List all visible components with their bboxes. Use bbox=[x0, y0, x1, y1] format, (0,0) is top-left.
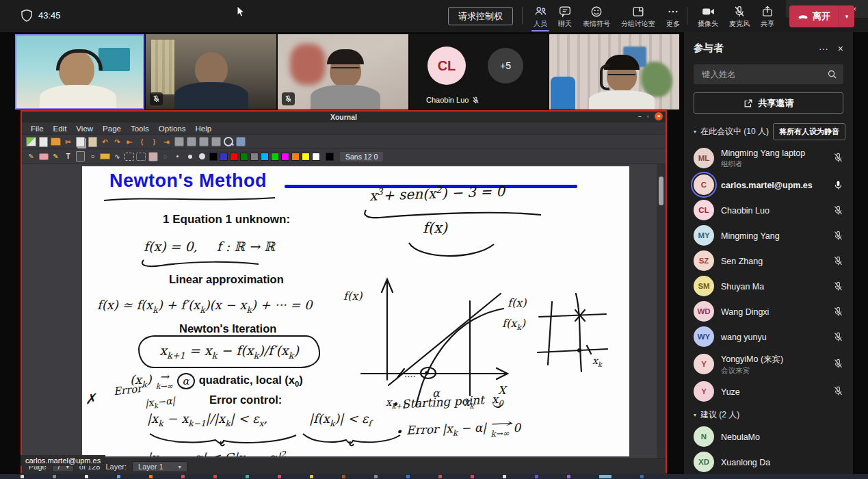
leave-options-button[interactable]: ▾ bbox=[839, 5, 854, 27]
menu-view[interactable]: View bbox=[71, 125, 98, 133]
xournal-canvas[interactable]: Newton's Method 1 Equation 1 unknown: f(… bbox=[22, 164, 666, 458]
lasso-select-icon[interactable]: ∿ bbox=[112, 151, 122, 161]
taskbar-icon[interactable] bbox=[342, 475, 345, 478]
taskbar-icon[interactable] bbox=[535, 475, 538, 478]
pen-tool-icon[interactable]: ✎ bbox=[26, 151, 36, 161]
font-button[interactable]: Sans 12 0 bbox=[340, 152, 383, 161]
video-tile-speaker[interactable] bbox=[15, 34, 144, 109]
color-red[interactable] bbox=[230, 153, 238, 161]
participant-row[interactable]: SZ Sen Zhang bbox=[684, 248, 853, 274]
vertical-space-icon[interactable] bbox=[136, 153, 146, 161]
nav-breakout-rooms-button[interactable]: 分组讨论室 bbox=[616, 2, 661, 32]
microphone-button[interactable]: 麦克风 bbox=[724, 2, 755, 32]
first-page-icon[interactable]: ⇤ bbox=[124, 137, 135, 147]
ruler-tool-icon[interactable] bbox=[100, 151, 110, 161]
color-lightgreen[interactable] bbox=[271, 153, 279, 161]
layer-select[interactable]: Layer 1▾ bbox=[132, 461, 187, 472]
suggestion-row[interactable]: N NebulaMo bbox=[684, 424, 853, 449]
nav-reactions-button[interactable]: 表情符号 bbox=[577, 2, 616, 32]
mute-all-button[interactable]: 将所有人设为静音 bbox=[773, 123, 845, 140]
mic-muted-icon[interactable] bbox=[833, 386, 843, 396]
color-black[interactable] bbox=[209, 153, 218, 161]
color-orange[interactable] bbox=[291, 153, 300, 161]
taskbar-icon[interactable] bbox=[503, 475, 506, 478]
color-custom[interactable] bbox=[326, 153, 334, 161]
menu-edit[interactable]: Edit bbox=[49, 125, 72, 133]
zoom-fit-icon[interactable] bbox=[211, 137, 221, 147]
next-page-icon[interactable]: ⟩ bbox=[149, 137, 159, 147]
color-yellow[interactable] bbox=[302, 153, 310, 161]
pen-medium-icon[interactable] bbox=[185, 151, 195, 161]
collapse-caret-icon[interactable]: ▾ bbox=[694, 129, 696, 135]
color-gray[interactable] bbox=[250, 153, 259, 161]
canvas-scrollbar[interactable] bbox=[657, 164, 666, 458]
taskbar-icon[interactable] bbox=[471, 475, 474, 478]
zoom-100-icon[interactable] bbox=[186, 137, 196, 147]
mic-muted-icon[interactable] bbox=[833, 332, 843, 342]
participant-row[interactable]: WY wang yunyu bbox=[684, 324, 853, 350]
menu-page[interactable]: Page bbox=[98, 125, 126, 133]
xournal-minimize-button[interactable]: – bbox=[638, 113, 642, 120]
color-white[interactable] bbox=[312, 153, 320, 161]
taskbar-icon[interactable] bbox=[310, 475, 313, 478]
menu-help[interactable]: Help bbox=[190, 125, 216, 133]
notebook-icon[interactable] bbox=[26, 137, 36, 147]
zoom-in-icon[interactable] bbox=[198, 137, 209, 147]
color-green[interactable] bbox=[240, 153, 248, 161]
text-tool-icon[interactable]: T bbox=[63, 151, 73, 161]
color-magenta[interactable] bbox=[281, 153, 289, 161]
collapse-caret-icon[interactable]: ▾ bbox=[694, 412, 696, 418]
taskbar-icon[interactable] bbox=[21, 475, 24, 478]
share-invite-button[interactable]: 共享邀请 bbox=[694, 92, 843, 114]
undo-icon[interactable]: ↶ bbox=[100, 137, 110, 147]
image-tool-icon[interactable] bbox=[75, 151, 86, 161]
taskbar-icon[interactable] bbox=[213, 475, 217, 478]
scrollbar-thumb[interactable] bbox=[659, 177, 663, 205]
participant-row[interactable]: ML Mingming Yang laptop 组织者 bbox=[684, 143, 853, 172]
participant-row[interactable]: C carlos.martel@upm.es bbox=[684, 172, 853, 198]
hand-tool-icon[interactable] bbox=[148, 151, 158, 161]
rect-select-icon[interactable] bbox=[124, 153, 134, 161]
open-file-icon[interactable] bbox=[51, 137, 61, 147]
redo-icon[interactable]: ↷ bbox=[112, 137, 122, 147]
mic-muted-icon[interactable] bbox=[833, 205, 843, 216]
cut-icon[interactable]: ✂ bbox=[63, 137, 73, 147]
nav-more-button[interactable]: 更多 bbox=[661, 2, 685, 32]
xournal-maximize-button[interactable]: ▫ bbox=[647, 113, 649, 120]
shape-recognizer-icon[interactable]: ○ bbox=[88, 151, 98, 161]
taskbar-icon-active[interactable] bbox=[599, 475, 611, 478]
taskbar-icon[interactable] bbox=[246, 475, 249, 478]
new-document-icon[interactable] bbox=[38, 137, 49, 147]
taskbar-icon[interactable] bbox=[53, 475, 56, 478]
taskbar-icon[interactable] bbox=[374, 475, 378, 478]
participant-row[interactable]: Y Yuze bbox=[684, 378, 853, 404]
taskbar-icon[interactable] bbox=[567, 475, 570, 478]
participant-row[interactable]: WD Wang Dingxi bbox=[684, 299, 853, 324]
video-tile-2[interactable] bbox=[146, 34, 276, 109]
nav-people-button[interactable]: 人员 bbox=[528, 2, 553, 32]
menu-options[interactable]: Options bbox=[154, 125, 191, 133]
xournal-titlebar[interactable]: Xournal – ▫ × bbox=[22, 112, 666, 122]
menu-file[interactable]: File bbox=[26, 125, 49, 133]
video-tile-3[interactable] bbox=[278, 34, 408, 109]
panel-more-icon[interactable]: ··· bbox=[819, 43, 828, 54]
camera-button[interactable]: 摄像头 bbox=[692, 2, 724, 32]
request-control-button[interactable]: 请求控制权 bbox=[448, 7, 513, 25]
mic-muted-icon[interactable] bbox=[833, 307, 843, 317]
share-button[interactable]: 共享 bbox=[755, 2, 780, 32]
highlighter-tool-icon[interactable]: ✎ bbox=[51, 151, 61, 161]
taskbar-icon[interactable] bbox=[640, 475, 644, 478]
previous-page-icon[interactable]: ⟨ bbox=[137, 137, 147, 147]
zoom-tool-icon[interactable] bbox=[223, 137, 233, 147]
participant-row[interactable]: SM Shuyan Ma bbox=[684, 274, 853, 299]
leave-button[interactable]: 离开 bbox=[789, 5, 839, 27]
paste-icon[interactable] bbox=[88, 137, 98, 147]
panel-close-icon[interactable]: × bbox=[838, 43, 843, 54]
mic-on-icon[interactable] bbox=[833, 180, 843, 190]
taskbar-icon[interactable] bbox=[181, 475, 185, 478]
participant-row[interactable]: CL Chaobin Luo bbox=[684, 198, 853, 223]
participant-row[interactable]: MY Mingming Yang bbox=[684, 223, 853, 248]
fullscreen-icon[interactable] bbox=[235, 137, 246, 147]
taskbar-icon[interactable] bbox=[149, 475, 153, 478]
last-page-icon[interactable]: ⇥ bbox=[161, 137, 172, 147]
